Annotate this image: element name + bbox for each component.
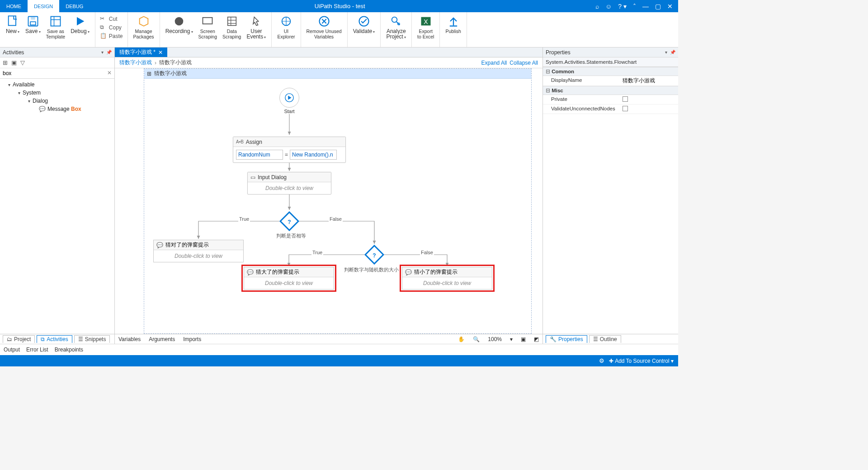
decision-size[interactable]: ? bbox=[364, 245, 384, 265]
export-excel-button[interactable]: XExport to Excel bbox=[415, 14, 437, 40]
svg-text:?: ? bbox=[373, 252, 376, 259]
btab-project[interactable]: 🗂Project bbox=[3, 335, 35, 343]
btab-properties[interactable]: 🔧Properties bbox=[546, 335, 587, 343]
tab-debug[interactable]: DEBUG bbox=[59, 0, 90, 12]
data-scraping-button[interactable]: Data Scraping bbox=[220, 14, 244, 40]
ui-explorer-button[interactable]: UI Explorer bbox=[274, 14, 297, 40]
breakpoints-tab[interactable]: Breakpoints bbox=[55, 347, 83, 353]
clear-search-icon[interactable]: ✕ bbox=[107, 70, 112, 76]
zoom-reset-icon[interactable]: 🔍 bbox=[473, 336, 480, 342]
svg-rect-0 bbox=[9, 16, 16, 25]
breadcrumb-current: 猜数字小游戏 bbox=[159, 59, 192, 66]
collapse-ribbon-icon[interactable]: ˄ bbox=[633, 3, 636, 10]
remove-unused-button[interactable]: Remove Unused Variables bbox=[304, 14, 344, 40]
msg-small-node[interactable]: 💬猜小了的弹窗提示 Double-click to view bbox=[402, 267, 492, 290]
output-tabs: Output Error List Breakpoints bbox=[0, 344, 678, 355]
user-events-button[interactable]: User Events bbox=[244, 14, 269, 41]
prop-displayname-key: DisplayName bbox=[543, 76, 620, 85]
errorlist-tab[interactable]: Error List bbox=[26, 347, 48, 353]
expand-all[interactable]: Expand All bbox=[481, 60, 507, 66]
minimize-icon[interactable]: — bbox=[642, 3, 649, 10]
btab-snippets[interactable]: ☰Snippets bbox=[74, 335, 110, 343]
imports-tab[interactable]: Imports bbox=[183, 336, 201, 342]
maximize-icon[interactable]: ▢ bbox=[655, 3, 661, 10]
collapse-all[interactable]: Collapse All bbox=[509, 60, 538, 66]
help-icon[interactable]: ? ▾ bbox=[618, 3, 627, 10]
activities-search-input[interactable] bbox=[0, 68, 114, 78]
msg-correct-node[interactable]: 💬猜对了的弹窗提示 Double-click to view bbox=[153, 240, 244, 262]
close-icon[interactable]: ✕ bbox=[667, 3, 673, 10]
document-tab[interactable]: 猜数字小游戏 *✕ bbox=[115, 47, 167, 57]
variables-tab[interactable]: Variables bbox=[118, 336, 141, 342]
assign-node[interactable]: A•BAssign = bbox=[233, 137, 346, 163]
pin-icon[interactable]: 📌 bbox=[106, 50, 112, 55]
paste-button[interactable]: 📋Paste bbox=[98, 32, 125, 40]
debug-button[interactable]: Debug bbox=[68, 14, 92, 36]
validate-button[interactable]: Validate bbox=[350, 14, 378, 36]
msgbox-icon: 💬 bbox=[405, 269, 412, 275]
tree-dialog[interactable]: Dialog bbox=[0, 97, 114, 105]
title-bar: HOME DESIGN DEBUG UiPath Studio - test ⌕… bbox=[0, 0, 678, 12]
tab-home[interactable]: HOME bbox=[0, 0, 28, 12]
outline-icon: ☰ bbox=[593, 336, 598, 342]
tree-available[interactable]: Available bbox=[0, 81, 114, 89]
designer-panel: 猜数字小游戏 *✕ 猜数字小游戏 › 猜数字小游戏 Expand All Col… bbox=[115, 47, 542, 344]
input-dialog-node[interactable]: ▭Input Dialog Double-click to view bbox=[247, 172, 331, 195]
screen-scraping-button[interactable]: Screen Scraping bbox=[196, 14, 220, 40]
zoom-value[interactable]: 100% bbox=[488, 336, 502, 342]
feedback-icon[interactable]: ☺ bbox=[605, 3, 612, 10]
output-tab[interactable]: Output bbox=[4, 347, 20, 353]
save-button[interactable]: Save bbox=[23, 14, 43, 36]
overview-icon[interactable]: ◩ bbox=[534, 336, 539, 342]
msgbox-icon: 💬 bbox=[247, 269, 254, 275]
breadcrumb-root[interactable]: 猜数字小游戏 bbox=[119, 59, 152, 66]
search-icon[interactable]: ⌕ bbox=[595, 3, 599, 10]
msgbox-icon: 💬 bbox=[156, 242, 163, 248]
flowchart-container[interactable]: ⊞猜数字小游戏 bbox=[144, 68, 532, 334]
arguments-tab[interactable]: Arguments bbox=[149, 336, 175, 342]
svg-point-11 bbox=[392, 17, 397, 23]
new-button[interactable]: New bbox=[3, 14, 23, 36]
dialog-icon: ▭ bbox=[250, 174, 255, 180]
ribbon: New Save Save as Template Debug ✂Cut ⧉Co… bbox=[0, 12, 678, 47]
source-control-button[interactable]: ✚ Add To Source Control ▾ bbox=[609, 358, 674, 364]
tree-messagebox[interactable]: 💬 Message Box bbox=[0, 105, 114, 113]
tree-system[interactable]: System bbox=[0, 89, 114, 97]
fit-icon[interactable]: ▣ bbox=[521, 336, 526, 342]
decision-equal[interactable]: ? bbox=[279, 211, 299, 231]
close-tab-icon[interactable]: ✕ bbox=[158, 49, 163, 56]
properties-title: Properties bbox=[546, 49, 571, 56]
panel-options-icon[interactable]: ▾ bbox=[665, 50, 667, 55]
btab-activities[interactable]: ⧉Activities bbox=[37, 335, 72, 343]
panel-options-icon[interactable]: ▾ bbox=[101, 50, 104, 55]
btab-outline[interactable]: ☰Outline bbox=[589, 335, 621, 343]
settings-icon[interactable]: ⚙ bbox=[599, 357, 604, 364]
prop-private-checkbox[interactable] bbox=[623, 96, 628, 102]
pin-icon[interactable]: 📌 bbox=[670, 50, 675, 55]
analyze-project-button[interactable]: Analyze Project bbox=[383, 14, 409, 41]
copy-button[interactable]: ⧉Copy bbox=[98, 24, 125, 32]
assign-lhs-input[interactable] bbox=[236, 150, 283, 160]
assign-rhs-input[interactable] bbox=[290, 150, 337, 160]
prop-displayname-val[interactable]: 猜数字小游戏 bbox=[620, 76, 678, 85]
msg-big-node[interactable]: 💬猜大了的弹窗提示 Double-click to view bbox=[244, 267, 334, 290]
recording-button[interactable]: Recording bbox=[163, 14, 196, 36]
manage-packages-button[interactable]: Manage Packages bbox=[131, 14, 157, 40]
add-icon[interactable]: ⊞ bbox=[3, 59, 8, 66]
prop-private-key: Private bbox=[543, 95, 620, 104]
cut-button[interactable]: ✂Cut bbox=[98, 15, 125, 23]
zoom-dropdown-icon[interactable]: ▾ bbox=[510, 336, 513, 342]
tab-design[interactable]: DESIGN bbox=[28, 0, 59, 12]
start-node[interactable]: Start bbox=[275, 88, 303, 114]
save-as-template-button[interactable]: Save as Template bbox=[43, 14, 68, 40]
prop-cat-common[interactable]: Common bbox=[543, 67, 678, 76]
filter-icon[interactable]: ▽ bbox=[20, 59, 25, 66]
prop-validate-checkbox[interactable] bbox=[623, 106, 628, 111]
pan-icon[interactable]: ✋ bbox=[458, 336, 465, 342]
snippets-icon: ☰ bbox=[78, 336, 83, 342]
svg-rect-4 bbox=[51, 17, 60, 26]
app-title: UiPath Studio - test bbox=[90, 0, 590, 12]
collapse-tree-icon[interactable]: ▣ bbox=[11, 59, 17, 66]
publish-button[interactable]: Publish bbox=[443, 14, 463, 35]
prop-cat-misc[interactable]: Misc bbox=[543, 86, 678, 95]
